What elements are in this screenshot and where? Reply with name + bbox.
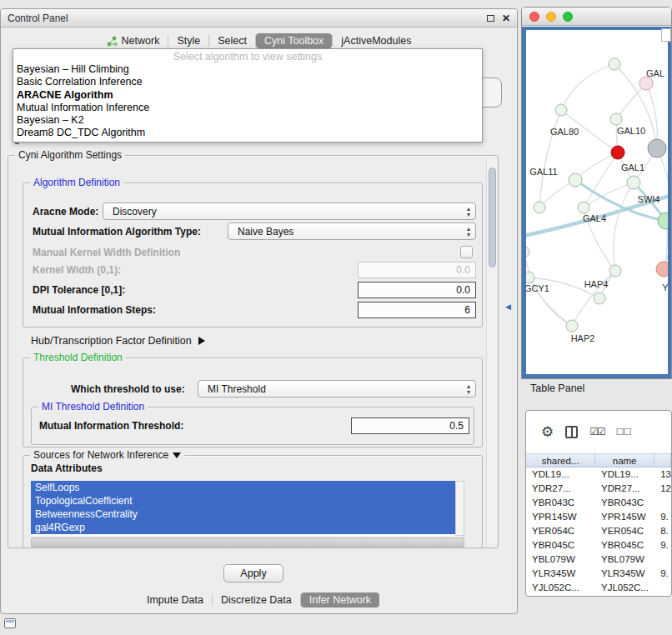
table-cell: YLR345W: [595, 567, 654, 581]
network-node-gal11[interactable]: [569, 173, 582, 187]
network-node-swi4[interactable]: [658, 212, 668, 229]
network-node-hap2[interactable]: [566, 320, 578, 332]
table-row[interactable]: YPR145WYPR145W9.: [526, 510, 671, 524]
collapse-panel-arrow-icon[interactable]: ◀: [505, 303, 511, 311]
attribute-item-topologicalcoefficient[interactable]: TopologicalCoefficient: [31, 494, 455, 508]
minimize-traffic-light[interactable]: [546, 12, 556, 22]
tab-label: Cyni Toolbox: [264, 35, 323, 47]
network-edge[interactable]: [539, 110, 561, 208]
table-row[interactable]: YBL079WYBL079W: [526, 552, 671, 567]
algorithm-option-bayesian-k2[interactable]: Bayesian – K2: [13, 114, 482, 127]
attribute-item-selfloops[interactable]: SelfLoops: [31, 481, 455, 494]
kernel-width-field[interactable]: 0.0: [358, 262, 476, 278]
mi-threshold-group-title: MI Threshold Definition: [38, 401, 148, 413]
algorithm-option-basic-correlation-inference[interactable]: Basic Correlation Inference: [13, 76, 482, 88]
table-row[interactable]: YBR043CYBR043C: [526, 496, 671, 510]
column-header-name[interactable]: name: [595, 454, 654, 467]
tab-style[interactable]: Style: [168, 33, 208, 48]
table-row[interactable]: YLR345WYLR345W9.: [526, 567, 671, 581]
tab-jactivemodules[interactable]: jActiveModules: [333, 33, 419, 48]
network-node[interactable]: [534, 202, 545, 213]
settings-scrollbar[interactable]: [486, 159, 497, 544]
tab-network[interactable]: Network: [98, 33, 168, 48]
network-edge[interactable]: [561, 64, 614, 110]
dpi-tolerance-field[interactable]: 0.0: [358, 282, 476, 298]
table-row[interactable]: YJL052C...YJL052C...: [526, 581, 671, 595]
tab-impute-data[interactable]: Impute Data: [138, 592, 212, 608]
network-node-gal1[interactable]: [627, 176, 640, 189]
combo-arrows-icon: [467, 383, 470, 395]
table-cell: [654, 581, 671, 595]
window-buttons: ✕: [487, 13, 510, 23]
table-row[interactable]: YDR27...YDR27...12: [526, 482, 671, 496]
tab-infer-network[interactable]: Infer Network: [301, 592, 379, 608]
table-cell: YBL079W: [526, 552, 595, 567]
attributes-horizontal-scrollbar[interactable]: [31, 538, 464, 548]
network-node[interactable]: [609, 58, 620, 70]
table-cell: YLR345W: [526, 567, 595, 581]
table-cell: YJL052C...: [526, 581, 595, 595]
checked-boxes-icon[interactable]: ☑☑: [589, 426, 604, 438]
table-row[interactable]: YBR045CYBR045C9.: [526, 538, 671, 552]
network-node[interactable]: [648, 139, 666, 158]
which-threshold-select[interactable]: MI Threshold: [198, 380, 476, 398]
column-header-col2[interactable]: [654, 454, 671, 467]
network-node-gal[interactable]: [639, 77, 653, 90]
zoom-traffic-light[interactable]: [563, 12, 573, 22]
network-node-gal80[interactable]: [555, 104, 567, 116]
unchecked-boxes-icon[interactable]: ☐☐: [616, 427, 631, 438]
sources-group-title[interactable]: Sources for Network Inference: [30, 449, 184, 462]
network-node-hap4[interactable]: [594, 292, 605, 304]
tab-cyni-toolbox[interactable]: Cyni Toolbox: [256, 33, 332, 48]
table-row[interactable]: YER054CYER054C8.: [526, 524, 671, 538]
attribute-item-betweennesscentrality[interactable]: BetweennessCentrality: [31, 508, 455, 521]
tab-select[interactable]: Select: [209, 33, 255, 48]
network-node[interactable]: [526, 246, 529, 258]
float-window-icon[interactable]: [487, 15, 494, 22]
settings-group-title: Cyni Algorithm Settings: [15, 149, 125, 162]
column-header-shared[interactable]: shared...: [526, 454, 595, 467]
table-panel-window: ⚙ ☑☑ ☐☐ shared...name YDL19...YDL19...13…: [525, 410, 672, 597]
network-node-y[interactable]: [656, 262, 668, 277]
close-traffic-light[interactable]: [529, 12, 539, 22]
manual-kernel-checkbox[interactable]: [460, 246, 473, 258]
algorithm-option-aracne-algorithm[interactable]: ARACNE Algorithm: [13, 89, 482, 102]
network-edge[interactable]: [575, 152, 618, 180]
network-node-gal4[interactable]: [578, 202, 589, 213]
table-cell: YBL079W: [595, 552, 654, 567]
network-node-gcy1[interactable]: [526, 272, 534, 283]
algorithm-dropdown-list: Select algorithm to view settingsBayesia…: [13, 48, 483, 142]
node-label: GAL1: [621, 162, 644, 172]
algorithm-option-mutual-information-inference[interactable]: Mutual Information Inference: [13, 102, 482, 114]
network-node[interactable]: [609, 265, 621, 277]
control-panel-titlebar[interactable]: Control Panel ✕: [1, 9, 517, 28]
hub-transcription-section[interactable]: Hub/Transcription Factor Definition: [31, 335, 205, 347]
table-row[interactable]: YDL19...YDL19...13: [526, 468, 671, 482]
table-cell: YBR043C: [595, 496, 654, 510]
mi-type-select[interactable]: Naive Bayes: [228, 222, 476, 240]
attribute-item-gal4rgexp[interactable]: gal4RGexp: [31, 521, 455, 534]
table-cell: 8.: [654, 524, 671, 538]
aracne-mode-select[interactable]: Discovery: [103, 202, 476, 220]
network-edge[interactable]: [614, 182, 634, 271]
table-cell: YPR145W: [526, 510, 595, 524]
node-label: SWI4: [638, 194, 660, 204]
algorithm-option-bayesian-hill-climbing[interactable]: Bayesian – Hill Climbing: [13, 63, 482, 76]
mi-threshold-field[interactable]: 0.5: [351, 418, 469, 434]
attributes-scrollbar[interactable]: [455, 481, 464, 536]
network-node[interactable]: [611, 146, 624, 159]
close-window-icon[interactable]: ✕: [502, 13, 510, 23]
network-window-titlebar[interactable]: [522, 8, 671, 26]
network-canvas[interactable]: GALGAL80GAL10GAL11GAL1SWI4GAL4YHAP4HAP2G…: [526, 30, 668, 374]
data-attributes-list[interactable]: SelfLoopsTopologicalCoefficientBetweenne…: [31, 481, 464, 536]
columns-icon[interactable]: [565, 426, 578, 438]
panel-dock-icon[interactable]: [4, 618, 16, 628]
mi-steps-field[interactable]: 6: [358, 302, 476, 318]
control-panel-window: Control Panel ✕ NetworkStyleSelectCyni T…: [0, 8, 518, 614]
algorithm-option-dream8-dc-tdc-algorithm[interactable]: Dream8 DC_TDC Algorithm: [13, 127, 482, 139]
settings-scrollbar-thumb[interactable]: [489, 168, 496, 268]
gear-icon[interactable]: ⚙: [541, 425, 554, 439]
apply-button[interactable]: Apply: [223, 564, 283, 582]
network-node-gal10[interactable]: [610, 113, 622, 125]
tab-discretize-data[interactable]: Discretize Data: [213, 592, 300, 608]
